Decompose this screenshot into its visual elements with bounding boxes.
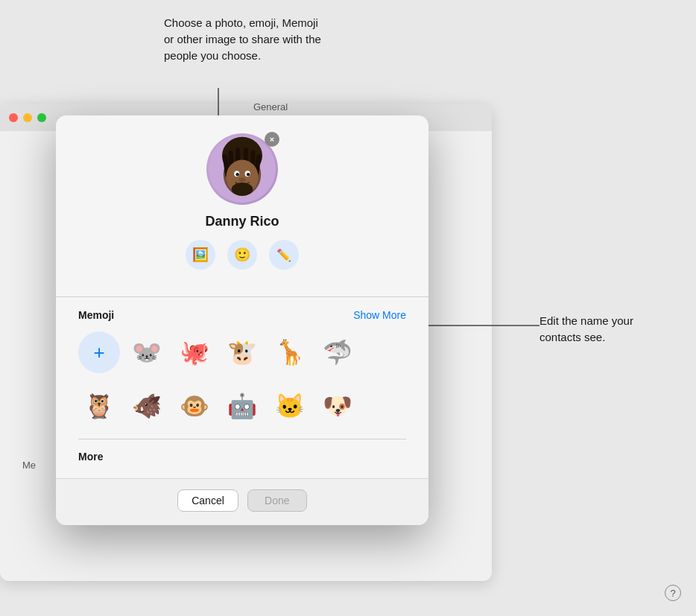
emoji-cat[interactable]: 🐱 [269, 385, 311, 427]
more-section: More [78, 439, 406, 463]
emoji-button[interactable]: 🙂 [227, 240, 257, 270]
callout-top-text: Choose a photo, emoji, Memoji or other i… [164, 15, 328, 63]
emoji-monkey[interactable]: 🐵 [174, 385, 215, 427]
add-memoji-button[interactable]: + [78, 331, 120, 373]
memoji-section: Memoji Show More + 🐭 🐙 🐮 🦒 🦈 🦉 🐗 🐵 🤖 [78, 297, 406, 427]
section-header-memoji: Memoji Show More [78, 309, 406, 321]
window-tab-general: General [51, 101, 490, 112]
help-button[interactable]: ? [665, 585, 681, 601]
photo-icon: 🖼️ [192, 247, 209, 263]
emoji-octopus[interactable]: 🐙 [174, 331, 215, 373]
emoji-mouse[interactable]: 🐭 [126, 331, 168, 373]
close-button[interactable] [9, 113, 18, 122]
emoji-owl[interactable]: 🦉 [78, 385, 120, 427]
emoji-cow[interactable]: 🐮 [221, 331, 263, 373]
edit-name-button[interactable]: ✏️ [269, 240, 299, 270]
svg-point-18 [232, 182, 253, 196]
svg-point-17 [247, 173, 250, 177]
show-more-link[interactable]: Show More [353, 309, 406, 321]
action-buttons-row: 🖼️ 🙂 ✏️ [186, 240, 299, 270]
emoji-dog[interactable]: 🐶 [317, 385, 358, 427]
avatar-picker-modal: × Danny Rico 🖼️ 🙂 ✏️ Memoji [56, 115, 428, 525]
emoji-shark[interactable]: 🦈 [317, 331, 358, 373]
pencil-icon: ✏️ [276, 248, 291, 262]
cancel-button[interactable]: Cancel [177, 489, 238, 512]
plus-icon: + [93, 341, 104, 364]
memoji-section-title: Memoji [78, 309, 114, 321]
fullscreen-button[interactable] [37, 113, 46, 122]
memoji-svg [209, 136, 276, 203]
emoji-grid-row1: + 🐭 🐙 🐮 🦒 🦈 [78, 331, 406, 373]
svg-point-19 [239, 178, 246, 182]
photo-button[interactable]: 🖼️ [186, 240, 215, 270]
avatar-close-button[interactable]: × [265, 132, 279, 147]
modal-content: × Danny Rico 🖼️ 🙂 ✏️ Memoji [56, 115, 428, 478]
avatar-wrapper: × [206, 133, 278, 205]
emoji-robot[interactable]: 🤖 [221, 385, 263, 427]
emoji-icon: 🙂 [234, 247, 250, 263]
minimize-button[interactable] [23, 113, 32, 122]
user-name-display: Danny Rico [205, 214, 279, 229]
emoji-boar[interactable]: 🐗 [126, 385, 168, 427]
general-tab-label: General [253, 101, 288, 112]
me-label: Me [22, 460, 36, 471]
emoji-grid-row2: 🦉 🐗 🐵 🤖 🐱 🐶 [78, 385, 406, 427]
callout-right-text: Edit the name your contacts see. [540, 313, 674, 346]
avatar-section: × Danny Rico 🖼️ 🙂 ✏️ [78, 133, 406, 285]
more-section-title: More [78, 451, 103, 463]
done-button[interactable]: Done [247, 489, 307, 512]
modal-footer: Cancel Done [56, 478, 428, 525]
svg-point-16 [235, 173, 239, 177]
emoji-giraffe[interactable]: 🦒 [269, 331, 311, 373]
